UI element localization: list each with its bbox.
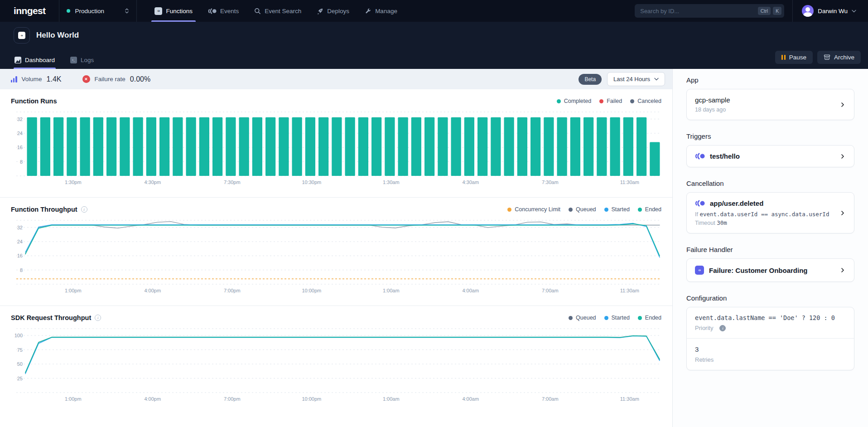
svg-text:24: 24 (17, 239, 23, 244)
svg-text:7:30pm: 7:30pm (224, 180, 241, 185)
terminal-icon (70, 57, 77, 63)
trigger-card[interactable]: test/hello (686, 145, 854, 167)
kbd-ctrl: Ctrl (758, 7, 771, 15)
svg-text:75: 75 (17, 347, 23, 353)
global-search[interactable]: Ctrl K (635, 4, 784, 18)
svg-text:1:30am: 1:30am (383, 180, 400, 185)
legend-dot (638, 208, 642, 212)
nav-item-label: Functions (166, 8, 193, 15)
sdk-throughput-chart: 2550751001:00pm4:00pm7:00pm10:00pm1:00am… (11, 327, 661, 403)
legend-item: Completed (557, 98, 591, 104)
app-card[interactable]: gcp-sample 18 days ago (686, 89, 854, 120)
bar-chart-icon (11, 76, 17, 82)
app-section: App gcp-sample 18 days ago (686, 76, 854, 120)
svg-text:11:30am: 11:30am (620, 396, 639, 402)
search-input[interactable] (640, 8, 756, 15)
svg-text:4:00pm: 4:00pm (144, 396, 161, 402)
chevron-up-down-icon (125, 8, 129, 14)
legend-dot (604, 316, 608, 320)
search-icon (254, 8, 261, 15)
archive-icon (824, 54, 830, 61)
chart-legend: QueuedStartedEnded (569, 315, 661, 321)
info-icon[interactable] (719, 325, 726, 331)
section-title: Configuration (686, 294, 854, 302)
chart-title: Function Throughput (11, 206, 77, 213)
nav-item-deploys[interactable]: Deploys (309, 0, 357, 22)
tab-dashboard[interactable]: Dashboard (14, 52, 56, 69)
legend-dot (599, 99, 603, 103)
failure-handler-name: Failure: Customer Onboarding (709, 267, 808, 274)
nav-item-event-search[interactable]: Event Search (246, 0, 309, 22)
svg-text:8: 8 (20, 159, 23, 165)
chevron-right-icon (839, 102, 846, 108)
legend-item: Started (604, 315, 630, 321)
nav-item-functions[interactable]: Functions (147, 0, 200, 22)
legend-dot (569, 316, 573, 320)
nav-item-label: Events (220, 8, 239, 15)
error-circle-icon (82, 75, 90, 83)
user-avatar (802, 5, 814, 17)
svg-text:7:30am: 7:30am (542, 180, 559, 185)
chart-title: SDK Request Throughput (11, 314, 91, 321)
svg-text:1:30pm: 1:30pm (65, 180, 82, 185)
svg-text:4:00pm: 4:00pm (144, 288, 161, 293)
nav-item-label: Deploys (327, 8, 349, 15)
chart-legend: CompletedFailedCanceled (557, 98, 661, 104)
svg-text:4:00am: 4:00am (462, 396, 479, 402)
cancellation-card[interactable]: app/user.deleted If event.data.userId ==… (686, 192, 854, 233)
pause-button[interactable]: Pause (775, 51, 813, 64)
tab-logs[interactable]: Logs (69, 52, 95, 69)
function-code-icon (695, 266, 704, 275)
info-icon[interactable] (95, 315, 101, 321)
nav-item-events[interactable]: Events (200, 0, 246, 22)
dashboard-icon (14, 57, 21, 63)
timeout-value: 30m (717, 219, 727, 226)
beta-badge: Beta (579, 74, 602, 85)
chevron-right-icon (839, 153, 846, 160)
top-navbar: inngest Production Functions Events Even (0, 0, 868, 22)
svg-text:1:00pm: 1:00pm (65, 396, 82, 402)
time-range-dropdown[interactable]: Last 24 Hours (607, 72, 665, 86)
legend-item: Failed (599, 98, 622, 104)
environment-selector[interactable]: Production (59, 0, 137, 22)
legend-item: Queued (569, 206, 596, 213)
chevron-right-icon (839, 267, 846, 273)
function-throughput-chart: 81624321:00pm4:00pm7:00pm10:00pm1:00am4:… (11, 218, 661, 295)
legend-dot (630, 99, 634, 103)
failure-rate-stat: Failure rate 0.00% (82, 75, 151, 83)
svg-text:7:00pm: 7:00pm (224, 396, 241, 402)
header-actions: Pause Archive (775, 51, 861, 64)
nav-items: Functions Events Event Search Deploys (147, 0, 405, 22)
svg-text:32: 32 (17, 225, 23, 230)
info-icon[interactable] (81, 206, 87, 213)
archive-button[interactable]: Archive (817, 51, 861, 64)
cancellation-expression: event.data.userId == async.data.userId (699, 211, 829, 218)
legend-dot (604, 208, 608, 212)
failure-rate-value: 0.00% (130, 75, 150, 83)
svg-text:8: 8 (20, 267, 23, 273)
event-icon (695, 153, 705, 160)
svg-text:4:30am: 4:30am (462, 180, 479, 185)
legend-item: Concurrency Limit (507, 206, 560, 213)
chevron-right-icon (839, 210, 846, 216)
section-title: App (686, 76, 854, 84)
svg-text:10:00pm: 10:00pm (302, 396, 321, 402)
section-title: Cancellation (686, 180, 854, 187)
legend-item: Started (604, 206, 630, 213)
user-menu[interactable]: Darwin Wu (792, 0, 868, 22)
if-label: If (695, 211, 698, 218)
dashboard-main: Volume 1.4K Failure rate 0.00% Beta Last… (0, 69, 672, 427)
section-title: Failure Handler (686, 246, 854, 253)
volume-value: 1.4K (47, 75, 62, 83)
legend-item: Canceled (630, 98, 661, 104)
svg-text:11:30am: 11:30am (620, 288, 639, 293)
configuration-card: event.data.lastName == 'Doe' ? 120 : 0 P… (686, 307, 854, 370)
failure-handler-card[interactable]: Failure: Customer Onboarding (686, 258, 854, 282)
function-runs-section: Function Runs CompletedFailedCanceled 81… (0, 89, 672, 198)
legend-dot (569, 208, 573, 212)
chart-legend: Concurrency LimitQueuedStartedEnded (507, 206, 661, 213)
legend-dot (638, 316, 642, 320)
nav-item-manage[interactable]: Manage (357, 0, 405, 22)
svg-text:11:30am: 11:30am (620, 180, 639, 185)
inngest-logo[interactable]: inngest (0, 0, 59, 22)
